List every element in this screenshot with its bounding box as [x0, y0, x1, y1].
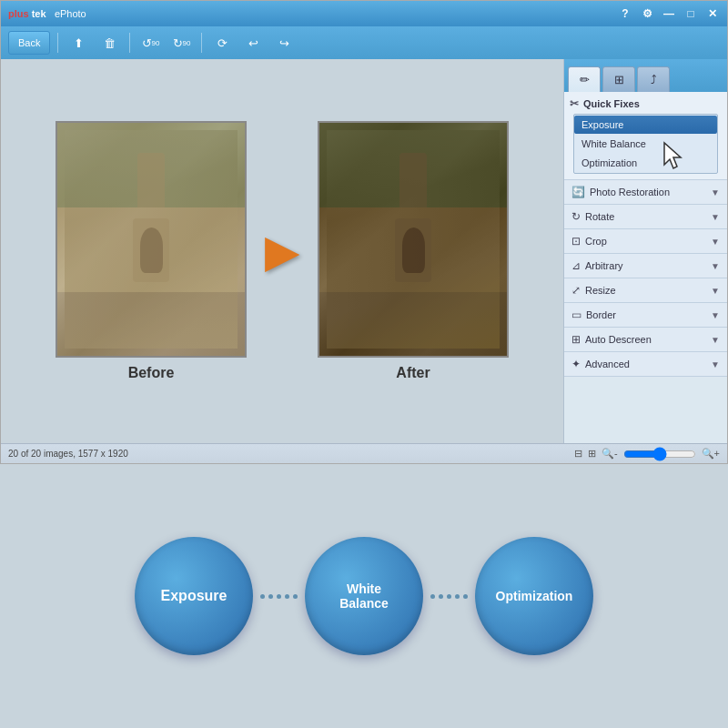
images-row: Before ▶	[19, 121, 545, 381]
main-content: Before ▶	[1, 59, 727, 443]
photo-mid-after	[319, 207, 507, 292]
diagram-dots-2	[430, 594, 468, 599]
dot-4	[285, 594, 289, 599]
crop-chevron: ▼	[711, 237, 720, 247]
before-photo	[56, 121, 247, 358]
toolbar-separator-1	[57, 33, 58, 53]
status-right: ⊟ ⊞ 🔍- 🔍+	[574, 448, 720, 460]
logo-plus: plus	[8, 8, 29, 19]
border-left: ▭ Border	[571, 308, 616, 321]
auto-descreen-left: ⊞ Auto Descreen	[571, 333, 652, 346]
before-label: Before	[128, 365, 175, 381]
optimization-item[interactable]: Optimization	[574, 154, 717, 172]
dot-5	[293, 594, 298, 599]
resize-section: ⤢ Resize ▼	[564, 278, 727, 303]
photo-top-before	[57, 123, 245, 207]
tab-enhance[interactable]: ⊞	[602, 66, 635, 92]
view-icon-1[interactable]: ⊟	[574, 448, 582, 460]
after-label: After	[396, 365, 430, 381]
dot-7	[439, 594, 443, 599]
diagram-exposure-label: Exposure	[161, 588, 228, 604]
after-photo	[318, 121, 509, 358]
toolbar-separator-3	[201, 33, 202, 53]
photo-mid-before	[57, 207, 245, 292]
arbitrary-icon: ⊿	[571, 259, 581, 272]
advanced-header[interactable]: ✦ Advanced ▼	[564, 352, 727, 376]
zoom-in-icon[interactable]: 🔍+	[702, 448, 720, 460]
logo-tek: tek	[32, 8, 46, 19]
photo-restoration-chevron: ▼	[711, 187, 720, 197]
diagram-optimization-label: Optimization	[496, 589, 573, 603]
rotate-icon: ↻	[571, 210, 581, 223]
advanced-left: ✦ Advanced	[571, 358, 630, 370]
rotate-ccw-button[interactable]: ↺90	[137, 31, 163, 55]
resize-icon: ⤢	[571, 284, 581, 297]
panel-tabs: ✏ ⊞ ⤴	[564, 59, 727, 92]
app-window: plustek ePhoto ? ⚙ — □ ✕ Back ⬆ 🗑 ↺90 ↻9…	[0, 0, 728, 464]
auto-descreen-label: Auto Descreen	[585, 334, 652, 345]
before-photo-content	[57, 123, 245, 356]
upload-button[interactable]: ⬆	[66, 31, 91, 55]
dot-2	[268, 594, 273, 599]
quick-fixes-popup: Exposure White Balance Optimization	[573, 114, 718, 174]
dot-1	[260, 594, 265, 599]
title-bar-controls: ? ⚙ — □ ✕	[618, 6, 720, 21]
tab-edit[interactable]: ✏	[568, 66, 601, 92]
arbitrary-chevron: ▼	[711, 261, 720, 271]
crop-label: Crop	[585, 236, 607, 247]
diagram-area: Exposure WhiteBalance Optimization	[0, 464, 728, 728]
maximize-button[interactable]: □	[683, 6, 698, 21]
dot-3	[277, 594, 281, 599]
border-label: Border	[586, 309, 616, 320]
redo-button[interactable]: ↪	[271, 31, 297, 55]
arrow-icon: ▶	[265, 228, 299, 274]
panel-content: ✂ Quick Fixes Exposure White Balance Opt…	[564, 92, 727, 443]
status-info: 20 of 20 images, 1577 x 1920	[8, 449, 128, 459]
rotate-label: Rotate	[585, 211, 614, 222]
dot-9	[455, 594, 460, 599]
dot-8	[447, 594, 451, 599]
photo-restoration-header[interactable]: 🔄 Photo Restoration ▼	[564, 180, 727, 204]
arbitrary-header[interactable]: ⊿ Arbitrary ▼	[564, 254, 727, 278]
settings-button[interactable]: ⚙	[640, 6, 654, 21]
view-icon-2[interactable]: ⊞	[588, 448, 596, 460]
advanced-icon: ✦	[571, 358, 581, 370]
diagram-circle-optimization[interactable]: Optimization	[475, 537, 593, 655]
quick-fixes-section: ✂ Quick Fixes Exposure White Balance Opt…	[564, 92, 727, 180]
auto-descreen-header[interactable]: ⊞ Auto Descreen ▼	[564, 328, 727, 351]
refresh-button[interactable]: ⟳	[209, 31, 235, 55]
image-area: Before ▶	[1, 59, 563, 443]
crop-icon: ⊡	[571, 235, 581, 248]
title-bar-left: plustek ePhoto	[8, 7, 86, 20]
arrow-container: ▶	[265, 228, 299, 274]
auto-descreen-section: ⊞ Auto Descreen ▼	[564, 328, 727, 352]
quick-fixes-header[interactable]: ✂ Quick Fixes	[570, 96, 722, 112]
photo-restoration-icon: 🔄	[571, 186, 585, 198]
photo-restoration-section: 🔄 Photo Restoration ▼	[564, 180, 727, 205]
close-button[interactable]: ✕	[705, 6, 720, 21]
photo-bottom-before	[57, 292, 245, 356]
zoom-out-icon[interactable]: 🔍-	[602, 448, 618, 460]
border-header[interactable]: ▭ Border ▼	[564, 303, 727, 327]
advanced-chevron: ▼	[711, 359, 720, 369]
help-button[interactable]: ?	[618, 6, 632, 21]
diagram-circle-white-balance[interactable]: WhiteBalance	[305, 537, 423, 655]
dot-10	[463, 594, 468, 599]
minimize-button[interactable]: —	[662, 6, 676, 21]
resize-header[interactable]: ⤢ Resize ▼	[564, 278, 727, 302]
diagram-circle-exposure[interactable]: Exposure	[135, 537, 253, 655]
crop-header[interactable]: ⊡ Crop ▼	[564, 229, 727, 253]
after-image-container: After	[318, 121, 509, 381]
arbitrary-left: ⊿ Arbitrary	[571, 259, 623, 272]
back-button[interactable]: Back	[8, 31, 50, 55]
delete-button[interactable]: 🗑	[96, 31, 122, 55]
undo-button[interactable]: ↩	[240, 31, 266, 55]
rotate-header[interactable]: ↻ Rotate ▼	[564, 205, 727, 228]
rotate-cw-button[interactable]: ↻90	[168, 31, 194, 55]
exposure-item[interactable]: Exposure	[574, 116, 717, 134]
zoom-slider[interactable]	[623, 450, 696, 458]
white-balance-item[interactable]: White Balance	[574, 135, 717, 153]
rotate-section: ↻ Rotate ▼	[564, 205, 727, 229]
quick-fixes-icon: ✂	[570, 97, 579, 110]
tab-save[interactable]: ⤴	[637, 66, 670, 92]
